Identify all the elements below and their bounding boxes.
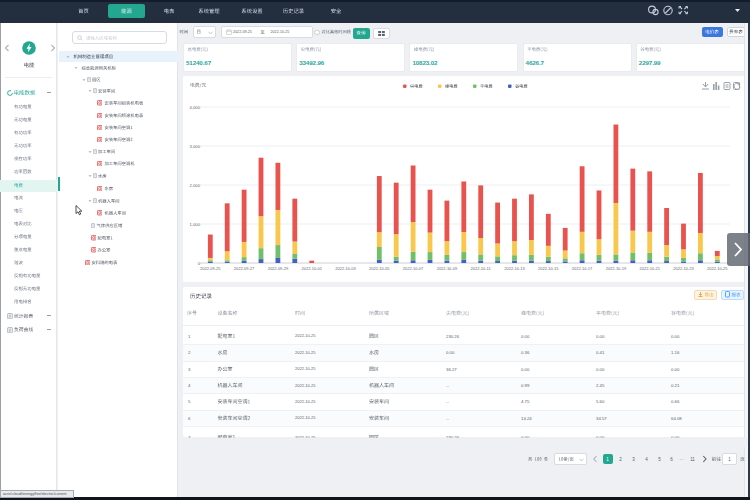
svg-text:4: 4 xyxy=(645,457,648,462)
svg-text:2: 2 xyxy=(619,457,622,462)
svg-text:5: 5 xyxy=(658,457,661,462)
svg-text:...: ... xyxy=(679,455,683,461)
svg-text:11: 11 xyxy=(690,457,695,462)
svg-text:6: 6 xyxy=(670,457,673,462)
svg-text:3: 3 xyxy=(632,457,635,462)
